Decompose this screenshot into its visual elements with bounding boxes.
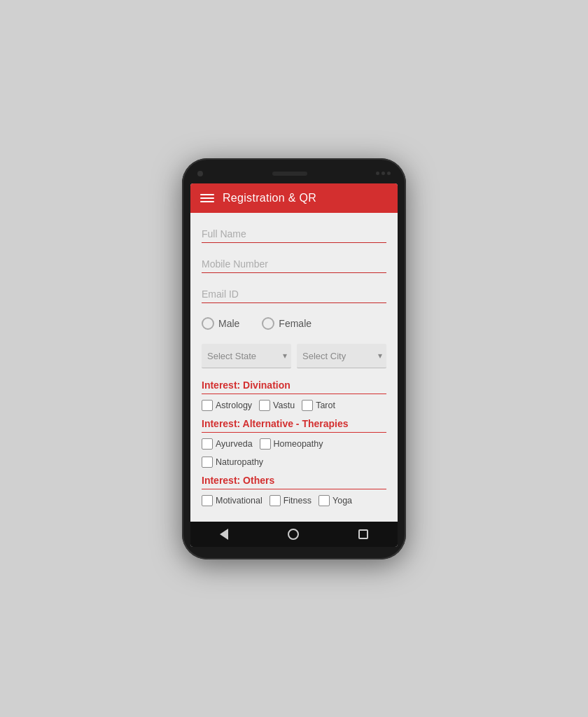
yoga-option[interactable]: Yoga [318,495,352,506]
homeopathy-label: Homeopathy [274,439,323,449]
fitness-checkbox[interactable] [270,495,281,506]
motivational-label: Motivational [216,496,262,506]
naturopathy-option[interactable]: Naturopathy [202,457,263,468]
city-dropdown[interactable]: Select City ▾ [297,344,386,368]
state-dropdown[interactable]: Select State ▾ [202,344,291,368]
therapies-section: Interest: Alternative - Therapies Ayurve… [202,418,386,468]
vastu-checkbox[interactable] [259,400,270,411]
city-select[interactable]: Select City [302,351,367,361]
vastu-label: Vastu [273,401,295,410]
others-section: Interest: Others Motivational Fitness Yo… [202,475,386,506]
ayurveda-option[interactable]: Ayurveda [202,438,253,450]
yoga-checkbox[interactable] [318,495,330,506]
male-option[interactable]: Male [202,317,239,330]
chevron-down-icon: ▾ [283,351,287,361]
vastu-option[interactable]: Vastu [259,400,295,411]
app-title: Registration & QR [223,192,316,204]
phone-dots [376,172,391,175]
form-area: Male Female Select State ▾ Select Ci [190,213,398,522]
yoga-label: Yoga [332,496,352,506]
phone-screen: Registration & QR Male [190,183,398,547]
female-label: Female [279,318,312,329]
phone-speaker [272,172,307,176]
mobile-input[interactable] [202,254,386,272]
ayurveda-label: Ayurveda [216,439,253,449]
divination-checkboxes: Astrology Vastu Tarot [202,400,386,411]
fitness-label: Fitness [284,496,312,506]
phone-nav-bar [190,522,398,547]
chevron-down-icon: ▾ [378,351,382,361]
astrology-checkbox[interactable] [202,400,213,411]
female-radio[interactable] [262,317,274,330]
others-checkboxes: Motivational Fitness Yoga [202,495,386,506]
state-select[interactable]: Select State [207,351,272,361]
motivational-option[interactable]: Motivational [202,495,262,506]
tarot-label: Tarot [316,401,335,410]
recents-button[interactable] [358,529,368,539]
indicator-dot [382,172,385,175]
indicator-dot [387,172,391,175]
male-radio[interactable] [202,317,214,330]
back-button[interactable] [220,529,228,540]
full-name-field[interactable] [202,224,386,243]
front-camera [197,171,203,176]
mobile-field[interactable] [202,254,386,273]
phone-top-bar [190,171,398,183]
home-button[interactable] [288,529,299,540]
divination-section: Interest: Divination Astrology Vastu Tar… [202,380,386,411]
hamburger-menu-icon[interactable] [200,194,214,202]
naturopathy-label: Naturopathy [216,457,263,467]
email-field[interactable] [202,284,386,303]
female-option[interactable]: Female [262,317,312,330]
astrology-label: Astrology [216,401,252,410]
tarot-checkbox[interactable] [302,400,313,411]
email-input[interactable] [202,284,386,302]
divination-header: Interest: Divination [202,380,386,394]
astrology-option[interactable]: Astrology [202,400,252,411]
fitness-option[interactable]: Fitness [270,495,312,506]
app-bar: Registration & QR [190,183,398,213]
homeopathy-option[interactable]: Homeopathy [260,438,323,450]
indicator-dot [376,172,379,175]
gender-row: Male Female [202,314,386,333]
motivational-checkbox[interactable] [202,495,213,506]
ayurveda-checkbox[interactable] [202,438,213,450]
therapies-checkboxes: Ayurveda Homeopathy Naturopathy [202,438,386,468]
therapies-header: Interest: Alternative - Therapies [202,418,386,433]
location-row: Select State ▾ Select City ▾ [202,344,386,368]
full-name-input[interactable] [202,224,386,242]
male-label: Male [218,318,239,329]
homeopathy-checkbox[interactable] [260,438,271,450]
naturopathy-checkbox[interactable] [202,457,213,468]
phone-frame: Registration & QR Male [182,158,406,559]
others-header: Interest: Others [202,475,386,489]
tarot-option[interactable]: Tarot [302,400,335,411]
